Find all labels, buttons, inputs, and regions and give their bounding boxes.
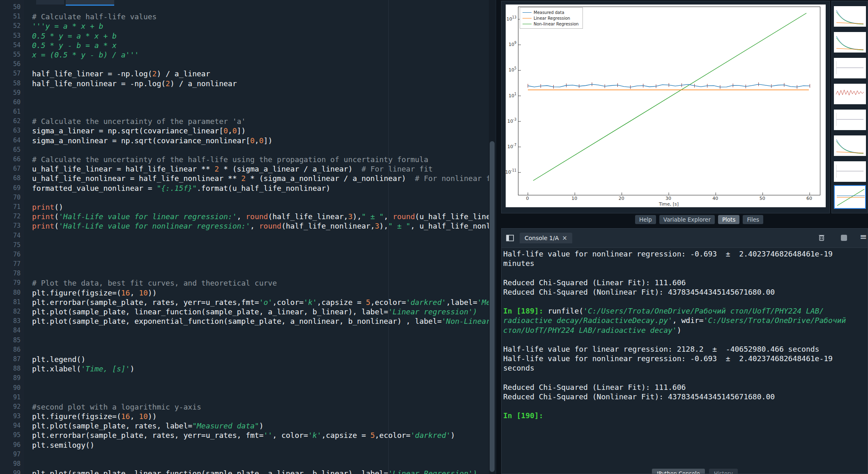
code-line[interactable]: 83plt.plot(sample_plate, exponential_fun…	[0, 316, 489, 326]
code-line[interactable]: 93plt.figure(figsize=(16, 10))	[0, 412, 489, 421]
line-number[interactable]: 61	[0, 107, 21, 117]
line-number[interactable]: 89	[0, 373, 21, 383]
code-line[interactable]: 96plt.semilogy()	[0, 440, 489, 450]
code-line[interactable]: 69formatted_value_nonlinear = "{:.15f}".…	[0, 183, 489, 193]
line-number[interactable]: 90	[0, 383, 21, 393]
console-tab[interactable]: Console 1/A ×	[520, 233, 572, 243]
line-number[interactable]: 59	[0, 88, 21, 98]
line-number[interactable]: 72	[0, 212, 21, 221]
line-number[interactable]: 93	[0, 412, 21, 421]
bottom-tab-history[interactable]: History	[709, 469, 738, 474]
code-line[interactable]: 63sigma_a_linear = np.sqrt(covariance_li…	[0, 126, 489, 135]
editor-scrollbar[interactable]	[489, 0, 495, 474]
line-number[interactable]: 98	[0, 459, 21, 469]
code-line[interactable]: 78	[0, 269, 489, 278]
editor-scrollbar-thumb[interactable]	[490, 141, 495, 472]
line-number[interactable]: 92	[0, 402, 21, 412]
code-line[interactable]: 94plt.plot(sample_plate, rates, label="M…	[0, 421, 489, 430]
line-number[interactable]: 79	[0, 278, 21, 288]
code-line[interactable]: 52'''y = a * x + b	[0, 21, 489, 31]
line-number[interactable]: 95	[0, 430, 21, 440]
line-number[interactable]: 65	[0, 145, 21, 155]
code-line[interactable]: 92#second plot with a logarithmic y-axis	[0, 402, 489, 412]
plot-thumbnail[interactable]	[834, 161, 866, 182]
code-line[interactable]: 66# Calculate the uncertainty of the hal…	[0, 155, 489, 164]
code-line[interactable]: 88plt.xlabel('Time, [s]')	[0, 364, 489, 373]
pane-tab-help[interactable]: Help	[635, 215, 656, 224]
code-line[interactable]: 68u_half_life_nonlinear = half_life_nonl…	[0, 174, 489, 183]
line-number[interactable]: 77	[0, 259, 21, 269]
line-number[interactable]: 84	[0, 326, 21, 335]
code-line[interactable]: 62# Calculate the uncertainty of the par…	[0, 117, 489, 126]
code-line[interactable]: 72print('Half-Life value for linear regr…	[0, 212, 489, 221]
code-line[interactable]: 51# Calculate half-life values	[0, 12, 489, 21]
line-number[interactable]: 55	[0, 50, 21, 60]
code-line[interactable]: 81plt.errorbar(sample_plate, rates, yerr…	[0, 298, 489, 307]
line-number[interactable]: 78	[0, 269, 21, 278]
line-number[interactable]: 64	[0, 136, 21, 145]
line-number[interactable]: 66	[0, 155, 21, 164]
code-line[interactable]: 71print()	[0, 202, 489, 212]
code-line[interactable]: 64sigma_a_nonlinear = np.sqrt(covariance…	[0, 136, 489, 145]
code-line[interactable]: 79# Plot the data, best fit curves, and …	[0, 278, 489, 288]
code-line[interactable]: 97	[0, 450, 489, 459]
code-line[interactable]: 76	[0, 250, 489, 259]
line-number[interactable]: 73	[0, 221, 21, 231]
line-number[interactable]: 85	[0, 336, 21, 345]
code-line[interactable]: 87plt.legend()	[0, 355, 489, 364]
code-line[interactable]: 84	[0, 326, 489, 335]
code-line[interactable]: 56	[0, 60, 489, 69]
line-number[interactable]: 88	[0, 364, 21, 373]
interrupt-kernel-icon[interactable]	[841, 235, 847, 241]
line-number[interactable]: 60	[0, 98, 21, 107]
line-number[interactable]: 70	[0, 193, 21, 202]
line-number[interactable]: 68	[0, 174, 21, 183]
line-number[interactable]: 50	[0, 2, 21, 12]
code-line[interactable]: 99plt.plot(sample_plate, linear_function…	[0, 469, 489, 474]
code-line[interactable]: 89	[0, 373, 489, 383]
code-line[interactable]: 540.5 * y - b = a * x	[0, 41, 489, 50]
code-line[interactable]: 61	[0, 107, 489, 117]
code-line[interactable]: 90	[0, 383, 489, 393]
line-number[interactable]: 71	[0, 202, 21, 212]
window-icon[interactable]	[506, 234, 515, 242]
bottom-tab-ipython-console[interactable]: IPython Console	[652, 469, 705, 474]
code-line[interactable]: 80plt.figure(figsize=(16, 10))	[0, 288, 489, 298]
options-menu-icon[interactable]: ≡	[860, 232, 867, 242]
line-number[interactable]: 67	[0, 164, 21, 174]
plot-thumbnail[interactable]	[834, 135, 866, 156]
line-number[interactable]: 63	[0, 126, 21, 135]
line-number[interactable]: 69	[0, 183, 21, 193]
line-number[interactable]: 97	[0, 450, 21, 459]
line-number[interactable]: 75	[0, 240, 21, 250]
trash-icon[interactable]	[818, 234, 825, 242]
line-number[interactable]: 76	[0, 250, 21, 259]
plot-thumbnail[interactable]	[834, 58, 866, 78]
ipython-console-pane[interactable]: Console 1/A × ≡ Half-life value for nonl…	[501, 228, 868, 474]
line-number[interactable]: 74	[0, 231, 21, 240]
pane-tab-files[interactable]: Files	[743, 215, 763, 224]
plot-thumbnail-strip[interactable]	[831, 1, 868, 213]
plot-thumbnail[interactable]	[834, 84, 866, 104]
code-editor-pane[interactable]: 5051# Calculate half-life values52'''y =…	[0, 0, 496, 474]
line-number[interactable]: 83	[0, 316, 21, 326]
line-number[interactable]: 62	[0, 117, 21, 126]
line-number[interactable]: 91	[0, 393, 21, 402]
code-line[interactable]: 58half_life_nonlinear = -np.log(2) / a_n…	[0, 79, 489, 88]
code-line[interactable]: 74	[0, 231, 489, 240]
code-line[interactable]: 67u_half_life_linear = half_life_linear …	[0, 164, 489, 174]
line-number[interactable]: 99	[0, 469, 21, 474]
pane-tab-variable-explorer[interactable]: Variable Explorer	[659, 215, 715, 224]
close-icon[interactable]: ×	[562, 234, 567, 242]
code-line[interactable]: 57half_life_linear = -np.log(2) / a_line…	[0, 69, 489, 78]
code-line[interactable]: 530.5 * y = a * x + b	[0, 31, 489, 41]
line-number[interactable]: 56	[0, 60, 21, 69]
line-number[interactable]: 58	[0, 79, 21, 88]
code-line[interactable]: 85	[0, 336, 489, 345]
line-number[interactable]: 96	[0, 440, 21, 450]
line-number[interactable]: 57	[0, 69, 21, 78]
editor-tab-stub-active[interactable]	[66, 0, 114, 6]
plot-thumbnail[interactable]	[834, 6, 866, 27]
line-number[interactable]: 80	[0, 288, 21, 298]
code-line[interactable]: 82plt.plot(sample_plate, linear_function…	[0, 307, 489, 316]
